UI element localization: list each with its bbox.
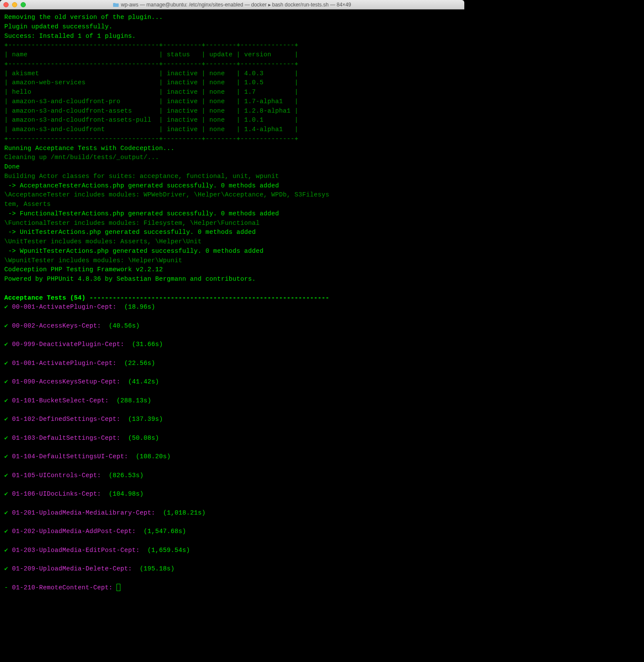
table-row: | amazon-web-services | inactive | none … xyxy=(4,79,298,86)
test-time: (288.13s) xyxy=(117,397,151,404)
terminal-output[interactable]: Removing the old version of the plugin..… xyxy=(0,9,464,601)
line: Codeception PHP Testing Framework v2.2.1… xyxy=(4,266,163,273)
test-time: (18.96s) xyxy=(124,303,155,310)
test-result: ✔ 01-106-UIDocLinks-Cept: (104.98s) xyxy=(4,490,460,499)
table-border: +---------------------------------------… xyxy=(4,61,298,67)
suite-header: Acceptance Tests (54) ------------------… xyxy=(4,294,329,301)
test-result: ✔ 01-202-UploadMedia-AddPost-Cept: (1,54… xyxy=(4,527,460,536)
test-result: ✔ 01-209-UploadMedia-Delete-Cept: (195.1… xyxy=(4,564,460,574)
table-row: | akismet | inactive | none | 4.0.3 | xyxy=(4,70,298,77)
line: Powered by PHPUnit 4.8.36 by Sebastian B… xyxy=(4,276,256,282)
line: Building Actor classes for suites: accep… xyxy=(4,173,279,180)
check-icon: ✔ xyxy=(4,303,8,310)
check-icon: ✔ xyxy=(4,397,8,404)
line: Cleaning up /mnt/build/tests/_output/... xyxy=(4,154,159,161)
check-icon: ✔ xyxy=(4,453,8,460)
check-icon: ✔ xyxy=(4,509,8,516)
titlebar: wp-aws — manage@ubuntu: /etc/nginx/sites… xyxy=(0,0,464,9)
test-time: (41.42s) xyxy=(128,378,159,385)
check-icon: ✔ xyxy=(4,360,8,367)
table-border: +---------------------------------------… xyxy=(4,42,298,49)
table-header: | name | status | update | version | xyxy=(4,51,298,58)
blank-line xyxy=(4,285,8,292)
test-name: 01-210-RemoteContent-Cept: xyxy=(12,584,113,591)
folder-icon xyxy=(113,2,119,7)
line: \AcceptanceTester includes modules: WPWe… xyxy=(4,191,329,198)
test-result: ✔ 01-001-ActivatePlugin-Cept: (22.56s) xyxy=(4,359,460,368)
test-name: 01-090-AccessKeysSetup-Cept: xyxy=(12,378,120,385)
test-result: ✔ 01-103-DefaultSettings-Cept: (50.08s) xyxy=(4,434,460,443)
test-result: - 01-210-RemoteContent-Cept: xyxy=(4,583,460,593)
check-icon: ✔ xyxy=(4,378,8,385)
check-icon: ✔ xyxy=(4,528,8,535)
check-icon: ✔ xyxy=(4,322,8,329)
line: -> AcceptanceTesterActions.php generated… xyxy=(4,182,279,189)
check-icon: ✔ xyxy=(4,490,8,497)
table-row: | amazon-s3-and-cloudfront-pro | inactiv… xyxy=(4,98,298,105)
close-button[interactable] xyxy=(3,2,9,7)
test-result: ✔ 00-001-ActivatePlugin-Cept: (18.96s) xyxy=(4,303,460,312)
test-time: (1,018.21s) xyxy=(163,509,205,516)
line: Removing the old version of the plugin..… xyxy=(4,14,163,21)
line: \WpunitTester includes modules: \Helper\… xyxy=(4,257,182,264)
line: -> FunctionalTesterActions.php generated… xyxy=(4,210,279,217)
test-name: 01-209-UploadMedia-Delete-Cept: xyxy=(12,565,132,572)
check-icon: ✔ xyxy=(4,565,8,572)
line: \FunctionalTester includes modules: File… xyxy=(4,220,260,227)
table-row: | amazon-s3-and-cloudfront-assets | inac… xyxy=(4,107,298,114)
test-name: 01-203-UploadMedia-EditPost-Cept: xyxy=(12,547,140,554)
test-name: 01-106-UIDocLinks-Cept: xyxy=(12,490,101,497)
test-name: 00-001-ActivatePlugin-Cept: xyxy=(12,303,117,310)
window-title-text: wp-aws — manage@ubuntu: /etc/nginx/sites… xyxy=(121,2,351,8)
test-time: (195.18s) xyxy=(140,565,175,572)
test-time: (40.56s) xyxy=(109,322,140,329)
test-time: (50.08s) xyxy=(128,435,159,441)
test-result: ✔ 01-090-AccessKeysSetup-Cept: (41.42s) xyxy=(4,377,460,387)
test-name: 01-001-ActivatePlugin-Cept: xyxy=(12,360,117,367)
table-border: +---------------------------------------… xyxy=(4,135,298,142)
zoom-button[interactable] xyxy=(21,2,26,7)
test-result: ✔ 01-101-BucketSelect-Cept: (288.13s) xyxy=(4,396,460,406)
minimize-button[interactable] xyxy=(12,2,17,7)
line: \UnitTester includes modules: Asserts, \… xyxy=(4,238,202,245)
test-name: 00-002-AccessKeys-Cept: xyxy=(12,322,101,329)
test-name: 01-102-DefinedSettings-Cept: xyxy=(12,416,120,423)
test-result: ✔ 00-002-AccessKeys-Cept: (40.56s) xyxy=(4,322,460,331)
table-row: | amazon-s3-and-cloudfront-assets-pull |… xyxy=(4,116,298,123)
test-result: ✔ 00-999-DeactivatePlugin-Cept: (31.66s) xyxy=(4,340,460,349)
test-result: ✔ 01-102-DefinedSettings-Cept: (137.39s) xyxy=(4,415,460,424)
line: Success: Installed 1 of 1 plugins. xyxy=(4,33,136,40)
traffic-lights xyxy=(3,2,26,7)
test-time: (108.20s) xyxy=(136,453,171,460)
test-time: (826.53s) xyxy=(109,472,144,479)
test-name: 01-104-DefaultSettingsUI-Cept: xyxy=(12,453,128,460)
line: Running Acceptance Tests with Codeceptio… xyxy=(4,145,175,152)
check-icon: ✔ xyxy=(4,341,8,348)
test-time: (1,547.68s) xyxy=(144,528,186,535)
test-result: ✔ 01-203-UploadMedia-EditPost-Cept: (1,6… xyxy=(4,546,460,555)
test-time: (22.56s) xyxy=(124,360,155,367)
cursor xyxy=(117,584,120,591)
check-icon: ✔ xyxy=(4,547,8,554)
check-icon: - xyxy=(4,584,8,591)
test-time: (137.39s) xyxy=(128,416,163,423)
test-name: 01-202-UploadMedia-AddPost-Cept: xyxy=(12,528,136,535)
test-time: (104.98s) xyxy=(109,490,144,497)
line: -> WpunitTesterActions.php generated suc… xyxy=(4,248,264,254)
check-icon: ✔ xyxy=(4,416,8,423)
test-time: (31.66s) xyxy=(132,341,163,348)
test-name: 01-201-UploadMedia-MediaLibrary-Cept: xyxy=(12,509,155,516)
test-result: ✔ 01-201-UploadMedia-MediaLibrary-Cept: … xyxy=(4,509,460,518)
test-name: 00-999-DeactivatePlugin-Cept: xyxy=(12,341,124,348)
test-name: 01-101-BucketSelect-Cept: xyxy=(12,397,109,404)
check-icon: ✔ xyxy=(4,435,8,441)
window-title: wp-aws — manage@ubuntu: /etc/nginx/sites… xyxy=(3,2,461,8)
table-row: | amazon-s3-and-cloudfront | inactive | … xyxy=(4,126,298,133)
test-result: ✔ 01-104-DefaultSettingsUI-Cept: (108.20… xyxy=(4,452,460,462)
line: tem, Asserts xyxy=(4,201,51,208)
line: -> UnitTesterActions.php generated succe… xyxy=(4,229,256,236)
test-name: 01-103-DefaultSettings-Cept: xyxy=(12,435,120,441)
check-icon: ✔ xyxy=(4,472,8,479)
terminal-window: wp-aws — manage@ubuntu: /etc/nginx/sites… xyxy=(0,0,464,601)
line: Done xyxy=(4,163,20,170)
